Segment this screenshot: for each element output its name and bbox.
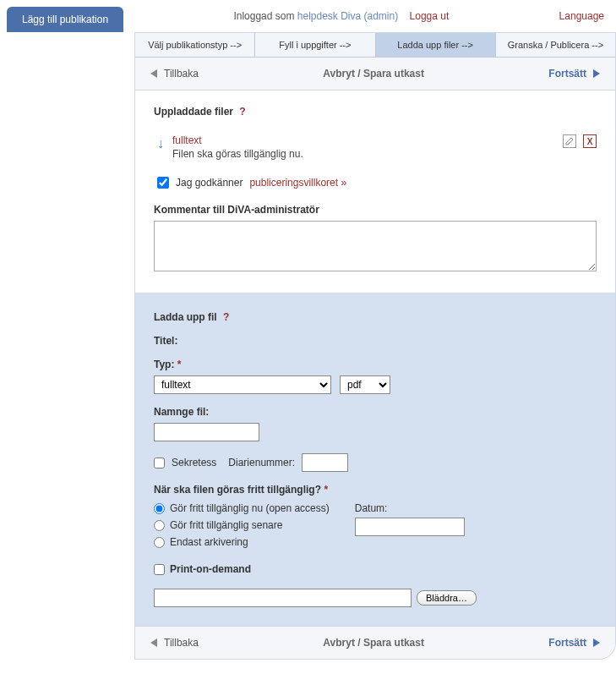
radio-later-input[interactable]	[154, 520, 165, 531]
type-label: Typ: *	[154, 359, 597, 370]
print-on-demand-label: Print-on-demand	[170, 563, 251, 575]
radio-open-access[interactable]: Gör fritt tillgänglig nu (open access)	[154, 502, 330, 514]
arrow-left-icon	[150, 638, 157, 647]
file-extension-select[interactable]: pdf	[340, 375, 390, 394]
availability-label: När ska filen göras fritt tillgänglig? *	[154, 484, 597, 496]
date-label: Datum:	[355, 502, 388, 514]
upload-file-heading: Ladda upp fil ?	[154, 311, 597, 323]
comment-textarea[interactable]	[154, 221, 597, 271]
title-label: Titel:	[154, 335, 597, 347]
wizard-steps: Välj publikationstyp --> Fyll i uppgifte…	[135, 33, 615, 58]
uploaded-title-text: Uppladdade filer	[154, 106, 233, 118]
accept-terms-checkbox[interactable]	[157, 177, 169, 189]
continue-link[interactable]: Fortsätt	[548, 68, 600, 79]
date-input[interactable]	[355, 518, 465, 536]
sekretess-label: Sekretess	[172, 457, 216, 469]
help-icon[interactable]: ?	[239, 106, 245, 118]
edit-file-icon[interactable]	[563, 134, 576, 148]
arrow-right-icon	[593, 69, 600, 78]
radio-open-access-input[interactable]	[154, 503, 165, 514]
file-path-input[interactable]	[154, 589, 412, 607]
back-link[interactable]: Tillbaka	[150, 68, 199, 79]
back-label: Tillbaka	[164, 68, 199, 79]
file-type-select[interactable]: fulltext	[154, 375, 331, 394]
cancel-save-link[interactable]: Avbryt / Spara utkast	[323, 637, 424, 649]
delete-file-icon[interactable]: X	[583, 134, 597, 148]
file-name-link[interactable]: fulltext	[172, 134, 303, 146]
add-publication-tab[interactable]: Lägg till publikation	[7, 7, 123, 32]
continue-link[interactable]: Fortsätt	[548, 637, 600, 649]
radio-archive-only[interactable]: Endast arkivering	[154, 536, 330, 548]
sekretess-checkbox[interactable]	[154, 458, 165, 469]
continue-label: Fortsätt	[548, 68, 586, 79]
logout-link[interactable]: Logga ut	[410, 10, 450, 22]
download-icon[interactable]: ↓	[157, 136, 164, 151]
comment-label: Kommentar till DiVA-administratör	[154, 204, 597, 216]
step-fill-info[interactable]: Fyll i uppgifter -->	[255, 33, 375, 57]
accept-prefix: Jag godkänner	[176, 177, 243, 189]
radio-later[interactable]: Gör fritt tillgänglig senare	[154, 519, 330, 531]
uploaded-file-row: ↓ fulltext Filen ska göras tillgänglig n…	[154, 129, 597, 170]
upload-title-text: Ladda upp fil	[154, 311, 217, 323]
uploaded-files-heading: Uppladdade filer ?	[154, 106, 597, 118]
radio-archive-input[interactable]	[154, 537, 165, 548]
continue-label: Fortsätt	[548, 637, 586, 649]
diarie-label: Diarienummer:	[228, 457, 295, 469]
arrow-right-icon	[593, 638, 600, 647]
back-link[interactable]: Tillbaka	[150, 637, 199, 649]
help-icon[interactable]: ?	[223, 311, 229, 323]
name-file-label: Namnge fil:	[154, 406, 597, 418]
arrow-left-icon	[150, 69, 157, 78]
logged-in-prefix: Inloggad som	[233, 10, 294, 22]
back-label: Tillbaka	[164, 637, 199, 649]
cancel-save-link[interactable]: Avbryt / Spara utkast	[323, 68, 424, 79]
username[interactable]: helpdesk Diva (admin)	[297, 10, 398, 22]
sidebar	[0, 32, 135, 660]
browse-button[interactable]: Bläddra…	[417, 590, 477, 606]
step-choose-type[interactable]: Välj publikationstyp -->	[135, 33, 255, 57]
print-on-demand-checkbox[interactable]	[154, 564, 165, 575]
diarie-input[interactable]	[302, 453, 348, 472]
step-review-publish[interactable]: Granska / Publicera -->	[496, 33, 615, 57]
file-description: Filen ska göras tillgänglig nu.	[172, 148, 303, 160]
language-link[interactable]: Language	[559, 7, 604, 22]
login-info: Inloggad som helpdesk Diva (admin) Logga…	[123, 7, 559, 22]
file-name-input[interactable]	[154, 423, 259, 441]
publishing-terms-link[interactable]: publiceringsvillkoret »	[249, 177, 346, 189]
step-upload-files[interactable]: Ladda upp filer -->	[376, 33, 496, 57]
